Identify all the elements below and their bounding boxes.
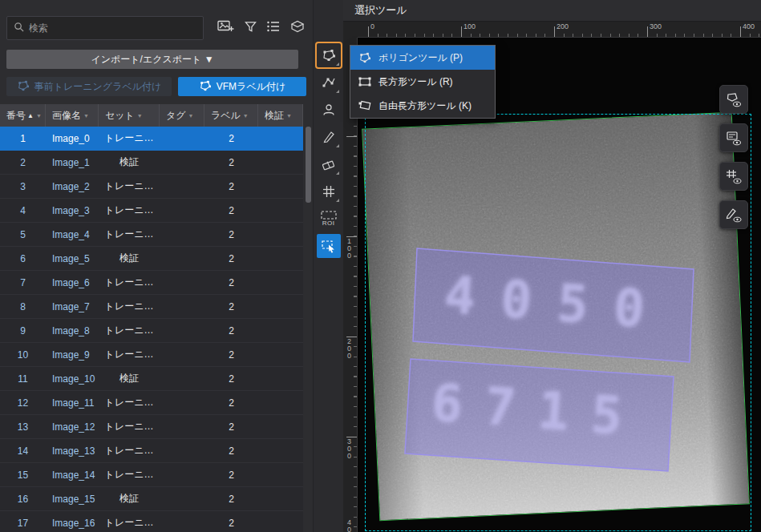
column-header-label: 番号 bbox=[6, 109, 26, 123]
image-table-row[interactable]: 15 Image_14 トレーニ… 2 bbox=[0, 463, 303, 487]
image-table-row[interactable]: 7 Image_6 トレーニ… 2 bbox=[0, 271, 303, 295]
search-input[interactable] bbox=[29, 22, 196, 34]
cell-image-name: Image_3 bbox=[46, 205, 99, 216]
cell-set: トレーニ… bbox=[99, 324, 160, 337]
rect-select-tool[interactable] bbox=[317, 234, 341, 258]
filter-caret-icon[interactable]: ▼ bbox=[243, 113, 249, 119]
image-table-row[interactable]: 1 Image_0 トレーニ… 2 bbox=[0, 127, 303, 151]
image-table-body: 1 Image_0 トレーニ… 2 2 Image_1 検証 2 3 Image… bbox=[0, 127, 303, 532]
panel-icon-bar bbox=[217, 19, 305, 34]
polygon-nodes-icon bbox=[17, 80, 30, 94]
h-ruler: 0100200300400 bbox=[358, 22, 761, 38]
grid-visibility-button[interactable] bbox=[719, 162, 748, 191]
cell-image-name: Image_9 bbox=[46, 349, 99, 361]
list-view-button[interactable] bbox=[267, 19, 280, 34]
image-table-row[interactable]: 10 Image_9 トレーニ… 2 bbox=[0, 343, 303, 367]
cell-label-count: 2 bbox=[204, 301, 258, 312]
import-export-button[interactable]: インポート/エクスポート ▼ bbox=[6, 50, 298, 69]
image-table-row[interactable]: 4 Image_3 トレーニ… 2 bbox=[0, 199, 303, 223]
scrollbar-thumb[interactable] bbox=[306, 127, 311, 203]
cell-label-count: 2 bbox=[204, 229, 258, 240]
image-table-row[interactable]: 11 Image_10 検証 2 bbox=[0, 367, 303, 391]
pen-tool[interactable] bbox=[317, 125, 341, 149]
image-table-row[interactable]: 12 Image_11 トレーニ… 2 bbox=[0, 391, 303, 415]
node-edit-tool[interactable] bbox=[317, 71, 341, 95]
cell-number: 3 bbox=[0, 181, 46, 192]
add-image-button[interactable] bbox=[217, 19, 234, 34]
filter-caret-icon[interactable]: ▼ bbox=[188, 113, 194, 119]
roi-label: ROI bbox=[322, 220, 335, 227]
label-visibility-button[interactable] bbox=[719, 123, 748, 152]
pretrain-label-button[interactable]: 事前トレーニングラベル付け bbox=[6, 77, 172, 96]
column-header[interactable]: 検証 ▼ bbox=[258, 104, 303, 127]
column-header-label: タグ bbox=[166, 109, 186, 123]
dropdown-item[interactable]: 長方形ツール (R) bbox=[350, 70, 495, 94]
roi-tool[interactable]: ROI bbox=[317, 207, 341, 231]
view-option-buttons bbox=[719, 85, 748, 229]
dropdown-item[interactable]: ポリゴンツール (P) bbox=[350, 46, 495, 70]
image-table-row[interactable]: 16 Image_15 検証 2 bbox=[0, 487, 303, 511]
cell-set: トレーニ… bbox=[99, 420, 160, 433]
selection-marquee bbox=[365, 114, 751, 531]
cell-set: トレーニ… bbox=[99, 468, 160, 482]
cell-image-name: Image_5 bbox=[46, 253, 99, 264]
polygon-select-tool[interactable] bbox=[317, 43, 341, 67]
cell-number: 4 bbox=[0, 205, 46, 216]
cell-set: 検証 bbox=[99, 372, 160, 385]
cell-number: 17 bbox=[0, 518, 46, 529]
cell-label-count: 2 bbox=[204, 277, 258, 288]
column-header[interactable]: 番号 ▲ ▼ bbox=[0, 104, 46, 127]
cell-number: 16 bbox=[0, 494, 46, 505]
table-scrollbar[interactable] bbox=[305, 104, 312, 532]
image-table-row[interactable]: 9 Image_8 トレーニ… 2 bbox=[0, 319, 303, 343]
filter-caret-icon[interactable]: ▼ bbox=[137, 113, 143, 119]
search-box[interactable] bbox=[6, 16, 204, 40]
cell-number: 2 bbox=[0, 157, 46, 168]
image-table-row[interactable]: 2 Image_1 検証 2 bbox=[0, 151, 303, 175]
eraser-tool[interactable] bbox=[317, 152, 341, 176]
cell-label-count: 2 bbox=[204, 157, 258, 168]
cell-number: 11 bbox=[0, 373, 46, 385]
filter-button[interactable] bbox=[245, 19, 257, 34]
column-header[interactable]: 画像名 ▼ bbox=[46, 104, 99, 127]
cell-number: 12 bbox=[0, 397, 46, 409]
h-ruler-label: 300 bbox=[650, 22, 662, 30]
h-ruler-label: 0 bbox=[370, 22, 374, 30]
dataset-box-button[interactable] bbox=[290, 19, 305, 34]
cell-set: トレーニ… bbox=[99, 396, 160, 409]
cell-number: 6 bbox=[0, 253, 46, 264]
cell-label-count: 2 bbox=[204, 349, 258, 361]
image-table-row[interactable]: 13 Image_12 トレーニ… 2 bbox=[0, 415, 303, 439]
image-table-row[interactable]: 17 Image_16 トレーニ… 2 bbox=[0, 511, 303, 532]
filter-caret-icon[interactable]: ▼ bbox=[36, 113, 42, 119]
cell-number: 9 bbox=[0, 325, 46, 337]
cell-label-count: 2 bbox=[204, 373, 258, 385]
filter-caret-icon[interactable]: ▼ bbox=[83, 113, 89, 119]
column-header[interactable]: セット ▼ bbox=[99, 104, 160, 127]
person-tool[interactable] bbox=[317, 98, 341, 122]
cell-set: トレーニ… bbox=[99, 179, 160, 193]
grid-tool[interactable] bbox=[317, 179, 341, 204]
image-table-row[interactable]: 5 Image_4 トレーニ… 2 bbox=[0, 223, 303, 247]
sort-asc-icon: ▲ bbox=[27, 112, 34, 119]
annotation-visibility-button[interactable] bbox=[719, 85, 748, 114]
draw-visibility-button[interactable] bbox=[719, 200, 748, 229]
cell-image-name: Image_8 bbox=[46, 325, 99, 337]
dropdown-item-label: 長方形ツール (R) bbox=[378, 75, 453, 89]
canvas-header: 選択ツール bbox=[343, 0, 761, 22]
image-table-row[interactable]: 3 Image_2 トレーニ… 2 bbox=[0, 175, 303, 199]
cell-label-count: 2 bbox=[204, 421, 258, 433]
column-header[interactable]: タグ ▼ bbox=[160, 104, 204, 127]
tool-dropdown-menu: ポリゴンツール (P) 長方形ツール (R) 自由長方形ツール (K) bbox=[350, 45, 496, 119]
image-table-row[interactable]: 14 Image_13 トレーニ… 2 bbox=[0, 439, 303, 463]
image-table-row[interactable]: 6 Image_5 検証 2 bbox=[0, 247, 303, 271]
column-header[interactable]: ラベル ▼ bbox=[204, 104, 258, 127]
vfm-label-button[interactable]: VFMラベル付け bbox=[178, 77, 306, 96]
labeling-app-window: インポート/エクスポート ▼ 事前トレーニングラベル付け VFMラベル付け 番号… bbox=[0, 0, 761, 532]
cell-number: 5 bbox=[0, 229, 46, 240]
v-ruler-label: 4 0 0 bbox=[346, 519, 353, 532]
filter-caret-icon[interactable]: ▼ bbox=[286, 113, 292, 119]
cell-image-name: Image_2 bbox=[46, 181, 99, 192]
image-table-row[interactable]: 8 Image_7 トレーニ… 2 bbox=[0, 295, 303, 319]
dropdown-item[interactable]: 自由長方形ツール (K) bbox=[350, 94, 495, 118]
